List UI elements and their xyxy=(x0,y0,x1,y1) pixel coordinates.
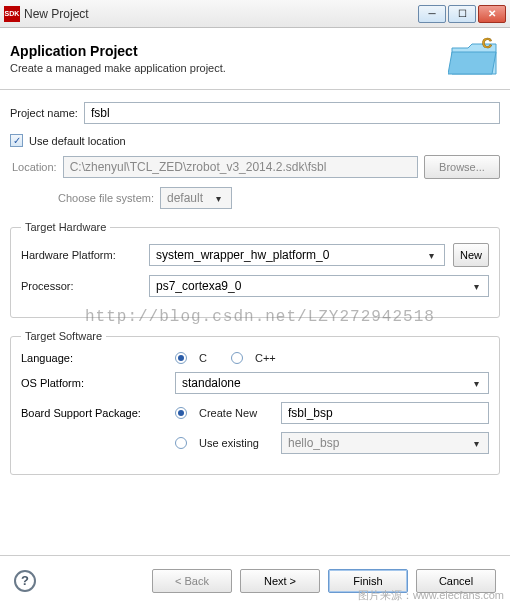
app-icon: SDK xyxy=(4,6,20,22)
bsp-use-existing-value: hello_bsp xyxy=(288,436,339,450)
bsp-create-new-radio[interactable] xyxy=(175,407,187,419)
chevron-down-icon: ▾ xyxy=(211,193,227,204)
banner-subtitle: Create a managed make application projec… xyxy=(10,62,226,74)
target-hardware-legend: Target Hardware xyxy=(21,221,110,233)
use-default-location-label: Use default location xyxy=(29,135,126,147)
language-cpp-radio[interactable] xyxy=(231,352,243,364)
project-name-input[interactable] xyxy=(84,102,500,124)
titlebar: SDK New Project ─ ☐ ✕ xyxy=(0,0,510,28)
bsp-use-existing-select: hello_bsp ▾ xyxy=(281,432,489,454)
chevron-down-icon: ▾ xyxy=(468,281,484,292)
bsp-use-existing-label: Use existing xyxy=(199,437,273,449)
svg-text:C: C xyxy=(482,35,492,51)
wizard-bottom-bar: ? < Back Next > Finish Cancel xyxy=(0,555,510,605)
chevron-down-icon: ▾ xyxy=(468,378,484,389)
back-button: < Back xyxy=(152,569,232,593)
choose-fs-label: Choose file system: xyxy=(58,192,154,204)
use-default-location-checkbox[interactable] xyxy=(10,134,23,147)
window-title: New Project xyxy=(24,7,89,21)
filesystem-value: default xyxy=(167,191,203,205)
target-software-group: Target Software Language: C C++ OS Platf… xyxy=(10,330,500,475)
maximize-button[interactable]: ☐ xyxy=(448,5,476,23)
cancel-button[interactable]: Cancel xyxy=(416,569,496,593)
next-button[interactable]: Next > xyxy=(240,569,320,593)
minimize-button[interactable]: ─ xyxy=(418,5,446,23)
processor-select[interactable]: ps7_cortexa9_0 ▾ xyxy=(149,275,489,297)
help-icon[interactable]: ? xyxy=(14,570,36,592)
os-platform-value: standalone xyxy=(182,376,241,390)
os-platform-select[interactable]: standalone ▾ xyxy=(175,372,489,394)
target-hardware-group: Target Hardware Hardware Platform: syste… xyxy=(10,221,500,318)
hw-platform-select[interactable]: system_wrapper_hw_platform_0 ▾ xyxy=(149,244,445,266)
filesystem-select: default ▾ xyxy=(160,187,232,209)
language-c-label: C xyxy=(199,352,207,364)
browse-button: Browse... xyxy=(424,155,500,179)
finish-button[interactable]: Finish xyxy=(328,569,408,593)
hw-platform-value: system_wrapper_hw_platform_0 xyxy=(156,248,329,262)
bsp-use-existing-radio[interactable] xyxy=(175,437,187,449)
location-label: Location: xyxy=(12,161,57,173)
new-hw-button[interactable]: New xyxy=(453,243,489,267)
wizard-banner: Application Project Create a managed mak… xyxy=(0,28,510,90)
close-button[interactable]: ✕ xyxy=(478,5,506,23)
bsp-create-new-input[interactable] xyxy=(281,402,489,424)
language-c-radio[interactable] xyxy=(175,352,187,364)
processor-value: ps7_cortexa9_0 xyxy=(156,279,241,293)
project-name-label: Project name: xyxy=(10,107,78,119)
bsp-label: Board Support Package: xyxy=(21,407,167,419)
location-input xyxy=(63,156,418,178)
chevron-down-icon: ▾ xyxy=(424,250,440,261)
os-platform-label: OS Platform: xyxy=(21,377,167,389)
language-label: Language: xyxy=(21,352,167,364)
bsp-create-new-label: Create New xyxy=(199,407,273,419)
banner-title: Application Project xyxy=(10,43,226,59)
target-software-legend: Target Software xyxy=(21,330,106,342)
chevron-down-icon: ▾ xyxy=(468,438,484,449)
processor-label: Processor: xyxy=(21,280,141,292)
hw-platform-label: Hardware Platform: xyxy=(21,249,141,261)
language-cpp-label: C++ xyxy=(255,352,276,364)
banner-icon: C xyxy=(448,34,500,78)
